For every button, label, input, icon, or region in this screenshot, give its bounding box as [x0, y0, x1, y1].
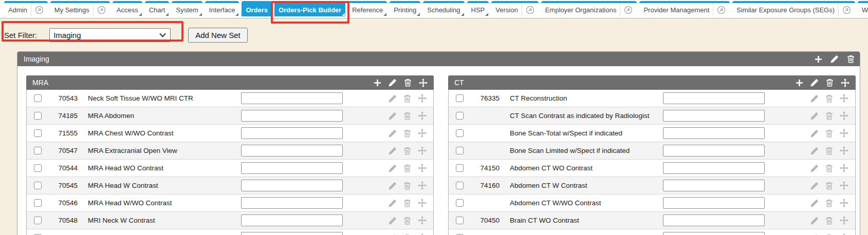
row-checkbox[interactable] — [456, 94, 464, 102]
row-text-input[interactable] — [663, 110, 765, 122]
row-text-input[interactable] — [663, 214, 765, 226]
row-text-input[interactable] — [241, 214, 343, 226]
delete-icon[interactable] — [403, 199, 411, 207]
row-text-input[interactable] — [663, 92, 765, 104]
delete-icon[interactable] — [404, 79, 412, 87]
delete-icon[interactable] — [403, 182, 411, 190]
tab-scheduling[interactable]: Scheduling — [423, 1, 464, 16]
move-icon[interactable] — [840, 216, 848, 225]
row-checkbox[interactable] — [456, 217, 464, 224]
move-icon[interactable] — [418, 164, 427, 172]
delete-icon[interactable] — [403, 94, 411, 103]
row-text-input[interactable] — [663, 145, 765, 156]
set-filter-dropdown[interactable]: Imaging — [49, 28, 171, 42]
tab-interface[interactable]: Interface — [205, 1, 239, 16]
move-icon[interactable] — [840, 164, 848, 172]
delete-icon[interactable] — [825, 217, 833, 225]
row-text-input[interactable] — [241, 110, 343, 122]
tab-access[interactable]: Access — [113, 1, 142, 16]
row-text-input[interactable] — [241, 127, 343, 139]
move-icon[interactable] — [840, 111, 848, 120]
tab-chart[interactable]: Chart — [145, 1, 170, 16]
delete-icon[interactable] — [825, 182, 833, 190]
edit-icon[interactable] — [810, 199, 819, 207]
edit-icon[interactable] — [389, 129, 397, 138]
open-new-window-icon[interactable] — [713, 3, 726, 16]
move-icon[interactable] — [418, 199, 427, 207]
row-checkbox[interactable] — [34, 129, 42, 137]
move-icon[interactable] — [840, 199, 848, 207]
open-new-window-icon[interactable] — [838, 3, 851, 16]
tab-orders[interactable]: Orders — [242, 1, 272, 16]
row-checkbox[interactable] — [456, 164, 464, 172]
open-new-window-icon[interactable] — [93, 3, 106, 16]
delete-icon[interactable] — [403, 112, 411, 120]
move-icon[interactable] — [840, 129, 848, 138]
add-icon[interactable] — [796, 79, 803, 87]
tab-similar-exposure-groups-segs[interactable]: Similar Exposure Groups (SEGs) — [732, 1, 855, 16]
edit-icon[interactable] — [389, 147, 397, 155]
delete-icon[interactable] — [403, 164, 411, 172]
edit-icon[interactable] — [389, 164, 397, 172]
edit-icon[interactable] — [830, 55, 839, 63]
row-checkbox[interactable] — [34, 164, 42, 172]
edit-icon[interactable] — [810, 217, 819, 225]
move-icon[interactable] — [418, 111, 427, 120]
move-icon[interactable] — [418, 94, 427, 103]
open-new-window-icon[interactable] — [31, 3, 44, 16]
add-new-set-button[interactable]: Add New Set — [188, 28, 248, 43]
edit-icon[interactable] — [810, 112, 819, 120]
row-checkbox[interactable] — [456, 182, 464, 189]
row-checkbox[interactable] — [34, 147, 42, 154]
row-checkbox[interactable] — [456, 147, 464, 154]
row-text-input[interactable] — [241, 197, 343, 209]
row-checkbox[interactable] — [456, 129, 464, 137]
row-checkbox[interactable] — [34, 182, 42, 189]
tab-orders-pick-builder[interactable]: Orders-Pick Builder — [274, 1, 345, 16]
edit-icon[interactable] — [389, 112, 397, 120]
delete-icon[interactable] — [825, 147, 833, 155]
add-icon[interactable] — [815, 55, 822, 63]
delete-icon[interactable] — [403, 129, 411, 138]
row-text-input[interactable] — [663, 232, 765, 235]
delete-icon[interactable] — [825, 94, 833, 103]
row-text-input[interactable] — [241, 145, 343, 156]
move-icon[interactable] — [840, 181, 848, 190]
move-icon[interactable] — [418, 146, 427, 155]
open-new-window-icon[interactable] — [620, 3, 633, 16]
move-icon[interactable] — [418, 216, 427, 225]
add-icon[interactable] — [374, 79, 381, 87]
row-checkbox[interactable] — [456, 112, 464, 120]
delete-icon[interactable] — [403, 217, 411, 225]
row-text-input[interactable] — [663, 197, 765, 209]
delete-icon[interactable] — [825, 112, 833, 120]
edit-icon[interactable] — [389, 217, 397, 225]
edit-icon[interactable] — [810, 147, 819, 155]
move-icon[interactable] — [418, 129, 427, 138]
edit-icon[interactable] — [389, 94, 397, 103]
row-text-input[interactable] — [663, 127, 765, 139]
row-checkbox[interactable] — [34, 112, 42, 120]
tab-version[interactable]: Version — [491, 1, 538, 16]
tab-my-settings[interactable]: My Settings — [50, 1, 110, 16]
row-checkbox[interactable] — [34, 199, 42, 207]
row-text-input[interactable] — [241, 180, 343, 191]
edit-icon[interactable] — [810, 79, 819, 87]
row-checkbox[interactable] — [34, 94, 42, 102]
edit-icon[interactable] — [389, 182, 397, 190]
tab-printing[interactable]: Printing — [390, 1, 420, 16]
row-text-input[interactable] — [241, 162, 343, 174]
tab-provider-management[interactable]: Provider Management — [639, 1, 730, 16]
delete-icon[interactable] — [825, 199, 833, 207]
delete-icon[interactable] — [403, 147, 411, 155]
row-text-input[interactable] — [241, 232, 343, 235]
tab-admin[interactable]: Admin — [4, 1, 48, 16]
delete-icon[interactable] — [847, 55, 855, 63]
tab-reference[interactable]: Reference — [348, 1, 387, 16]
edit-icon[interactable] — [389, 199, 397, 207]
row-text-input[interactable] — [663, 180, 765, 191]
row-text-input[interactable] — [663, 162, 765, 174]
edit-icon[interactable] — [810, 164, 819, 172]
edit-icon[interactable] — [810, 182, 819, 190]
delete-icon[interactable] — [825, 129, 833, 138]
